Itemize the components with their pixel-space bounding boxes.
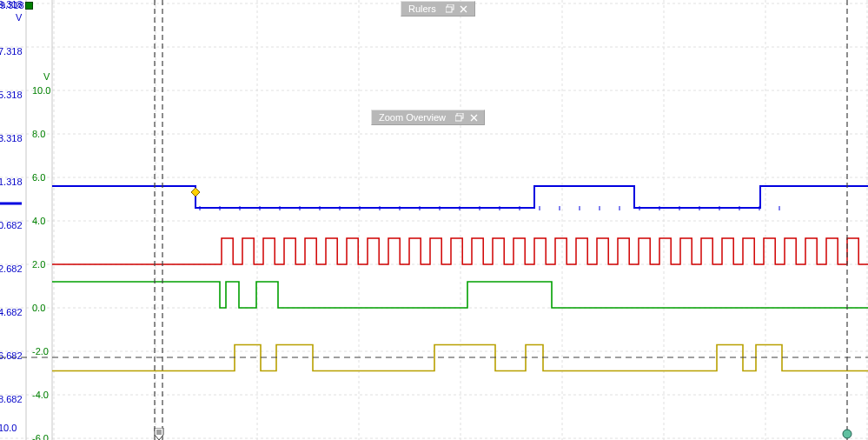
axis-tick-label: -6.0 [32, 433, 49, 440]
ruler-handle-icon[interactable] [152, 428, 166, 440]
axis-tick-label: -4.0 [32, 390, 49, 400]
axis-tick-label: 8.0 [32, 129, 45, 139]
svg-rect-58 [446, 7, 452, 12]
axis-tick-label: 10.0 [0, 423, 17, 433]
restore-icon[interactable] [445, 3, 455, 14]
trigger-marker-icon[interactable] [191, 188, 200, 197]
close-icon[interactable] [459, 3, 469, 14]
axis-tick-label: 10.0 [32, 85, 50, 96]
axis-tick-label: 2.682 [0, 263, 23, 274]
svg-rect-60 [455, 116, 461, 121]
axis-tick-label: 0.682 [0, 220, 23, 230]
axis-tick-label: 1.318 [0, 177, 23, 187]
axis-tick-label: 7.318 [0, 46, 23, 57]
axis-tick-label: 6.682 [0, 350, 23, 361]
zoom-overview-label: Zoom Overview [379, 111, 446, 123]
ruler-handle-circle-icon[interactable] [841, 428, 853, 440]
rulers-label: Rulers [408, 3, 436, 15]
svg-marker-61 [191, 188, 200, 197]
axis-tick-label: 8.682 [0, 394, 23, 404]
axis-tick-label: 5.318 [0, 90, 23, 100]
svg-point-66 [843, 430, 851, 438]
rulers-panel-title[interactable]: Rulers [401, 1, 475, 17]
axis-tick-label: 9.318 [0, 0, 23, 10]
close-icon[interactable] [468, 112, 479, 123]
axis-tick-label: 2.0 [32, 259, 45, 270]
restore-icon[interactable] [454, 112, 465, 123]
axis-tick-label: 6.0 [32, 172, 45, 183]
axis-tick-label: V [16, 12, 22, 23]
axis-tick-label: -2.0 [32, 346, 49, 357]
axis-tick-label: 4.0 [32, 216, 45, 226]
axis-tick-label: V [43, 71, 50, 82]
axis-tick-label: 4.682 [0, 307, 23, 317]
waveform-canvas[interactable] [0, 0, 868, 440]
square-glyph-icon [25, 2, 33, 10]
zoom-overview-panel-title[interactable]: Zoom Overview [371, 110, 485, 125]
axis-tick-label: 0.0 [32, 303, 45, 313]
axis-tick-label: 3.318 [0, 133, 23, 143]
oscilloscope-view[interactable] [0, 0, 868, 440]
